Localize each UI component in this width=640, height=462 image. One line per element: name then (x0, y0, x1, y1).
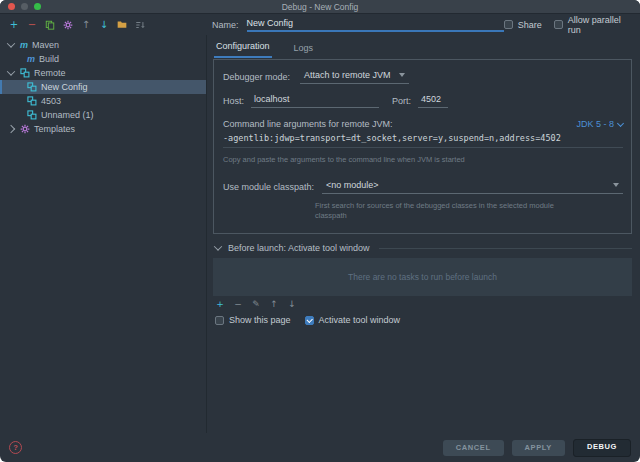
remove-icon[interactable]: − (233, 299, 243, 309)
sort-icon[interactable] (135, 20, 145, 30)
tree-item-label: Build (39, 54, 59, 64)
configurations-toolbar: + − ↑ ↓ (0, 20, 207, 30)
module-classpath-label: Use module classpath: (223, 182, 314, 192)
maven-icon: m (27, 54, 35, 64)
cmdline-label-row: Command line arguments for remote JVM: J… (223, 119, 623, 129)
tab-bar: Configuration Logs (213, 35, 632, 58)
config-main-panel: Configuration Logs Debugger mode: Attach… (207, 35, 640, 433)
debugger-mode-row: Debugger mode: Attach to remote JVM (223, 69, 623, 84)
tasks-toolbar: + − ✎ ↑ ↓ (213, 299, 632, 309)
chevron-down-icon (613, 183, 619, 187)
share-checkbox-box[interactable] (504, 20, 513, 29)
tab-configuration[interactable]: Configuration (214, 41, 272, 58)
add-icon[interactable]: + (9, 20, 19, 30)
maven-icon: m (20, 40, 28, 50)
name-input[interactable]: New Config (247, 17, 504, 32)
host-port-row: Host: localhost Port: 4502 (223, 93, 623, 108)
host-input[interactable]: localhost (251, 93, 379, 108)
remote-debug-icon (20, 68, 30, 78)
tree-item-label: Remote (34, 68, 66, 78)
header-checkboxes: Share Allow parallel run (504, 15, 632, 35)
dialog-content: m Maven m Build Remote New Config (0, 35, 640, 433)
debugger-mode-value: Attach to remote JVM (304, 70, 391, 80)
chevron-down-icon (617, 119, 624, 126)
configurations-tree: m Maven m Build Remote New Config (0, 35, 207, 433)
chevron-down-icon[interactable] (7, 39, 15, 47)
debugger-mode-select[interactable]: Attach to remote JVM (300, 69, 409, 84)
configuration-form: Debugger mode: Attach to remote JVM Host… (213, 59, 632, 234)
cmdline-arguments-field[interactable]: -agentlib:jdwp=transport=dt_socket,serve… (223, 133, 623, 148)
host-label: Host: (223, 96, 244, 106)
footer-buttons: CANCEL APPLY DEBUG (443, 439, 631, 457)
debugger-mode-label: Debugger mode: (223, 72, 290, 82)
tree-item-maven[interactable]: m Maven (0, 38, 206, 52)
templates-gear-icon (20, 124, 30, 134)
show-this-page-label: Show this page (229, 315, 291, 325)
before-launch-header[interactable]: Before launch: Activate tool window (213, 243, 632, 253)
remote-debug-icon (27, 96, 37, 106)
tree-item-label: Maven (32, 40, 59, 50)
show-this-page-checkbox[interactable]: Show this page (215, 315, 291, 325)
move-down-icon[interactable]: ↓ (287, 299, 297, 309)
show-this-page-checkbox-box[interactable] (215, 316, 224, 325)
chevron-down-icon[interactable] (214, 243, 222, 251)
new-folder-icon[interactable] (117, 20, 127, 30)
dialog-footer: ? CANCEL APPLY DEBUG (0, 433, 640, 462)
jdk-version-value: JDK 5 - 8 (576, 119, 614, 129)
jdk-version-select[interactable]: JDK 5 - 8 (576, 119, 623, 129)
module-classpath-select[interactable]: <no module> (322, 179, 623, 194)
chevron-down-icon (399, 73, 405, 77)
port-label: Port: (392, 96, 411, 106)
chevron-down-icon[interactable] (7, 67, 15, 75)
share-checkbox-label: Share (518, 20, 542, 30)
cmdline-label: Command line arguments for remote JVM: (223, 119, 393, 129)
activate-tool-window-checkbox[interactable]: Activate tool window (305, 315, 401, 325)
module-classpath-hint: First search for sources of the debugged… (315, 201, 577, 221)
before-launch-title: Before launch: Activate tool window (228, 243, 370, 253)
tree-item-label: Templates (34, 124, 75, 134)
help-icon[interactable]: ? (9, 441, 22, 454)
allow-parallel-run-checkbox-box[interactable] (554, 20, 563, 29)
tree-item-build[interactable]: m Build (0, 52, 206, 66)
tree-item-remote[interactable]: Remote (0, 66, 206, 80)
tree-item-4503[interactable]: 4503 (0, 94, 206, 108)
remote-debug-icon (27, 110, 37, 120)
copy-icon[interactable] (45, 20, 55, 30)
divider (379, 248, 632, 249)
activate-tool-window-checkbox-box[interactable] (305, 316, 314, 325)
title-bar: Debug - New Config (0, 0, 640, 14)
empty-tasks-text: There are no tasks to run before launch (348, 272, 497, 282)
edit-pencil-icon[interactable]: ✎ (251, 299, 261, 309)
tree-item-label: 4503 (41, 96, 61, 106)
tab-logs[interactable]: Logs (292, 43, 316, 58)
move-up-icon[interactable]: ↑ (81, 20, 91, 30)
before-launch-tasks-panel[interactable]: There are no tasks to run before launch (213, 258, 632, 296)
name-label: Name: (212, 20, 239, 30)
tree-item-new-config-selected[interactable]: New Config (0, 80, 206, 94)
settings-gear-icon[interactable] (63, 20, 73, 30)
activate-tool-window-label: Activate tool window (319, 315, 401, 325)
module-classpath-row: Use module classpath: <no module> (223, 179, 623, 194)
cancel-button[interactable]: CANCEL (443, 440, 504, 456)
apply-button[interactable]: APPLY (512, 440, 565, 456)
tree-item-templates[interactable]: Templates (0, 122, 206, 136)
move-down-icon[interactable]: ↓ (99, 20, 109, 30)
remove-icon[interactable]: − (27, 20, 37, 30)
allow-parallel-run-checkbox[interactable]: Allow parallel run (554, 15, 632, 35)
name-row: Name: New Config Share Allow parallel ru… (207, 15, 640, 35)
top-bar: + − ↑ ↓ Name: New Config Share (0, 14, 640, 35)
share-checkbox[interactable]: Share (504, 20, 542, 30)
allow-parallel-run-label: Allow parallel run (568, 15, 632, 35)
move-up-icon[interactable]: ↑ (269, 299, 279, 309)
add-icon[interactable]: + (215, 299, 225, 309)
tree-item-label: Unnamed (1) (41, 110, 94, 120)
debug-button[interactable]: DEBUG (573, 439, 631, 457)
port-input[interactable]: 4502 (418, 93, 448, 108)
tree-item-label: New Config (41, 82, 88, 92)
chevron-right-icon[interactable] (7, 125, 15, 133)
window-title: Debug - New Config (0, 2, 640, 12)
tree-item-unnamed-1[interactable]: Unnamed (1) (0, 108, 206, 122)
cmdline-hint: Copy and paste the arguments to the comm… (223, 155, 623, 164)
module-classpath-value: <no module> (326, 180, 379, 190)
page-checkboxes: Show this page Activate tool window (213, 315, 632, 325)
